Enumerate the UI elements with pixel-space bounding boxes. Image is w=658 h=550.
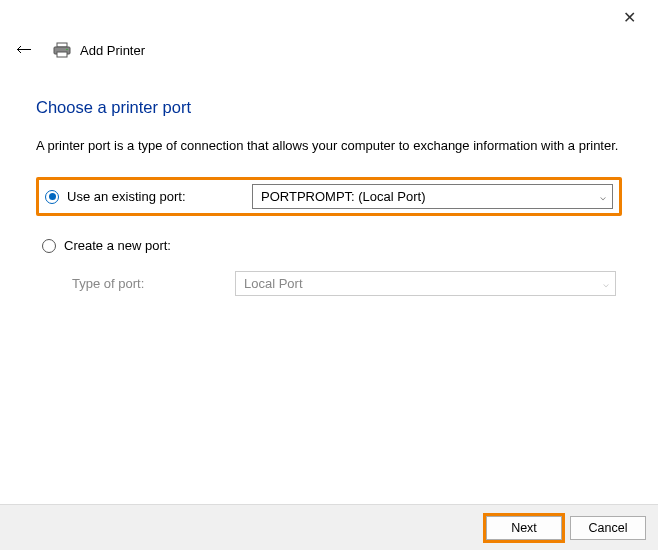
radio-existing-port[interactable] [45, 190, 59, 204]
next-button[interactable]: Next [486, 516, 562, 540]
wizard-content: Choose a printer port A printer port is … [0, 62, 658, 300]
chevron-down-icon: ⌵ [603, 278, 609, 289]
radio-create-port[interactable] [42, 239, 56, 253]
wizard-header: 🡐 Add Printer [0, 34, 658, 62]
close-icon[interactable]: ✕ [615, 4, 644, 31]
wizard-title: Add Printer [80, 43, 145, 58]
label-create-port[interactable]: Create a new port: [64, 238, 249, 253]
printer-icon [52, 42, 72, 58]
svg-rect-0 [57, 43, 67, 47]
cancel-button[interactable]: Cancel [570, 516, 646, 540]
page-heading: Choose a printer port [36, 98, 622, 117]
back-arrow-icon[interactable]: 🡐 [10, 39, 38, 61]
svg-point-3 [66, 49, 68, 51]
dropdown-existing-port-value: PORTPROMPT: (Local Port) [261, 189, 425, 204]
dropdown-existing-port[interactable]: PORTPROMPT: (Local Port) ⌵ [252, 184, 613, 209]
chevron-down-icon: ⌵ [600, 191, 606, 202]
option-existing-port: Use an existing port: PORTPROMPT: (Local… [36, 177, 622, 216]
option-create-port: Create a new port: [36, 234, 622, 257]
label-existing-port[interactable]: Use an existing port: [67, 189, 252, 204]
svg-rect-2 [57, 52, 67, 57]
dropdown-port-type: Local Port ⌵ [235, 271, 616, 296]
option-port-type: Type of port: Local Port ⌵ [36, 267, 622, 300]
wizard-footer: Next Cancel [0, 504, 658, 550]
dropdown-port-type-value: Local Port [244, 276, 303, 291]
label-port-type: Type of port: [72, 276, 235, 291]
page-description: A printer port is a type of connection t… [36, 137, 622, 155]
